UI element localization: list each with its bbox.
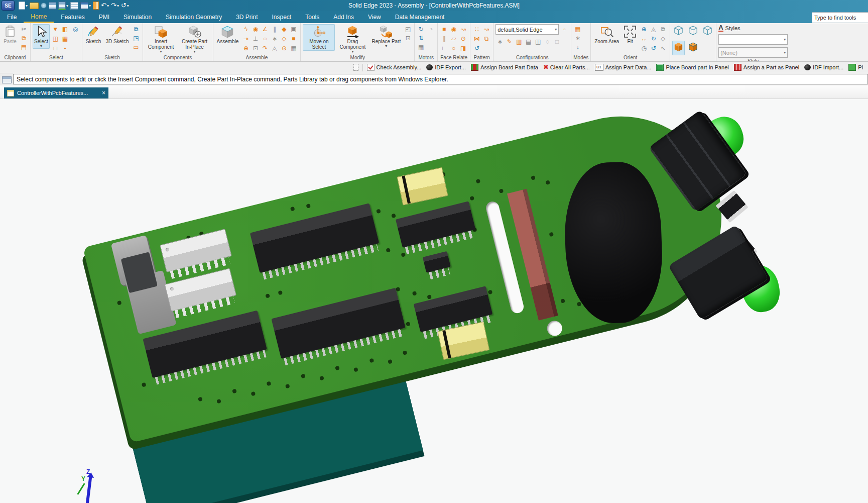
pattern-along-curve-icon[interactable]: ↝ — [482, 25, 490, 34]
tab-home[interactable]: Home — [24, 11, 54, 23]
fit-button[interactable]: Fit — [622, 24, 638, 45]
arrangements-icon[interactable]: ▤ — [524, 38, 533, 46]
gear-relation-icon[interactable]: ∗ — [270, 35, 279, 43]
ic-chip-black-1[interactable] — [250, 203, 380, 273]
select-options-icon[interactable]: ▪ — [61, 44, 69, 53]
gripper-icon[interactable]: ◔ — [427, 25, 435, 34]
idf-export-button[interactable]: IDF Export... — [426, 64, 466, 70]
preview-button[interactable] — [41, 3, 47, 9]
rigid-relation-icon[interactable]: ⊡ — [251, 44, 260, 53]
copy-icon[interactable]: ⧉ — [20, 34, 28, 43]
cam-relation-icon[interactable]: ⊙ — [280, 44, 288, 53]
tab-simulation[interactable]: Simulation — [116, 11, 159, 23]
path-relation-icon[interactable]: ↷ — [261, 44, 269, 53]
rotate-view-icon[interactable]: ↻ — [649, 35, 658, 43]
place-part-button[interactable]: Pl — [848, 64, 863, 71]
place-board-part-in-panel-button[interactable]: Place Board part In Panel — [656, 64, 728, 71]
match-coordinate-icon[interactable]: ▣ — [289, 25, 298, 34]
insert-component-button[interactable]: Insert Component ▾ — [145, 24, 177, 54]
axial-align-icon[interactable]: ◉ — [251, 25, 260, 34]
tab-features[interactable]: Features — [54, 11, 91, 23]
model-viewport[interactable]: Z Y — [0, 99, 868, 503]
tab-simulation-geometry[interactable]: Simulation Geometry — [159, 11, 229, 23]
drag-component-button[interactable]: Drag Component ▾ — [336, 24, 368, 54]
angle-relation-icon[interactable]: ∠ — [261, 25, 269, 34]
select-visible-icon[interactable]: ◫ — [51, 35, 60, 43]
zoom-in-icon[interactable]: ⊕ — [640, 25, 648, 34]
property-manager-button[interactable] — [70, 2, 78, 10]
select-identical-parts-icon[interactable]: ◎ — [71, 25, 80, 34]
undo-button[interactable]: ↶▾ — [101, 2, 109, 9]
rotation-motor-icon[interactable]: ↻ — [417, 25, 425, 34]
sketch-pages-icon[interactable]: ⧉ — [132, 25, 141, 34]
perspective-view-icon[interactable]: ↖ — [659, 44, 667, 53]
coordinate-system-icon[interactable]: ◬ — [270, 44, 279, 53]
save-configuration-icon[interactable]: ▫ — [560, 25, 569, 34]
tangent-relation-icon[interactable]: ○ — [261, 35, 269, 43]
assemble-button[interactable]: Assemble — [215, 24, 240, 45]
close-tab-icon[interactable]: × — [102, 90, 105, 96]
exploded-view-icon[interactable]: ◫ — [534, 38, 542, 46]
ic-chip-black-2[interactable] — [271, 288, 405, 359]
zoom-area-button[interactable]: Zoom Area — [593, 24, 621, 45]
move-on-select-button[interactable]: Move on Select — [303, 24, 335, 51]
refresh-view-icon[interactable]: ◷ — [640, 44, 648, 53]
save-as-button[interactable]: ▾ — [58, 2, 68, 10]
check-assembly-button[interactable]: Check Assembly... — [367, 64, 422, 71]
transfer-icon[interactable]: ⊡ — [404, 34, 412, 43]
spin-view-icon[interactable]: ↺ — [649, 44, 658, 53]
measure-ruler-icon[interactable]: ▭ — [132, 43, 141, 52]
duplicate-components-icon[interactable]: ⧉ — [482, 35, 490, 43]
visible-edges-view-button[interactable] — [687, 24, 699, 39]
assign-part-data-button[interactable]: U1Assign Part Data... — [595, 64, 652, 71]
connect-relation-icon[interactable]: ⊕ — [241, 44, 250, 53]
application-menu-button[interactable]: SE — [2, 1, 15, 11]
tab-data-management[interactable]: Data Management — [388, 11, 452, 23]
find-tools-search-input[interactable] — [812, 13, 868, 23]
new-document-button[interactable]: ▾ — [19, 2, 28, 10]
tab-add-ins[interactable]: Add Ins — [326, 11, 361, 23]
open-button[interactable] — [30, 3, 39, 9]
sketch-button[interactable]: Sketch — [84, 24, 103, 45]
modes-grid-icon[interactable]: ▦ — [573, 25, 582, 34]
center-plane-icon[interactable]: ◆ — [280, 25, 288, 34]
linear-motor-icon[interactable]: ⇅ — [417, 34, 425, 43]
wireframe-view-button[interactable] — [672, 24, 685, 39]
view-orientation-icon[interactable]: ◇ — [659, 35, 667, 43]
camera-view-icon[interactable]: ◌ — [543, 38, 552, 46]
shaded-with-edges-view-button[interactable] — [687, 41, 699, 55]
ic-chip-white-1[interactable] — [160, 229, 232, 272]
move-component-icon[interactable]: ◰ — [404, 25, 412, 34]
replace-part-button[interactable]: Replace Part ▾ — [370, 24, 402, 49]
sketch-copy-icon[interactable]: ◳ — [132, 34, 141, 43]
angle-face-icon[interactable]: ▱ — [449, 35, 458, 43]
idf-import-button[interactable]: IDF Import... — [804, 64, 843, 70]
zoom-width-icon[interactable]: ↔ — [640, 35, 648, 43]
selection-set-icon[interactable]: □ — [553, 38, 561, 46]
tab-3d-print[interactable]: 3D Print — [229, 11, 265, 23]
cut-icon[interactable]: ✂ — [20, 25, 28, 34]
ground-relation-icon[interactable]: ▦ — [289, 44, 298, 53]
pcb-board[interactable] — [83, 99, 742, 443]
apply-configuration-icon[interactable]: ∗ — [495, 38, 504, 46]
face-style-select[interactable]: ▾ — [718, 34, 788, 45]
display-configurations-icon[interactable]: ▥ — [515, 38, 523, 46]
edit-configuration-icon[interactable]: ✎ — [505, 38, 514, 46]
select-top-level-icon[interactable]: ◧ — [61, 25, 69, 34]
redo-button[interactable]: ↷▾ — [111, 2, 119, 9]
exit-button[interactable] — [93, 2, 99, 10]
paste-button[interactable]: Paste — [2, 24, 18, 45]
clone-components-icon[interactable]: ↺ — [472, 44, 481, 53]
pattern-icon[interactable]: ∷ — [472, 25, 481, 34]
pan-view-icon[interactable]: ◬ — [649, 25, 658, 34]
paste-special-icon[interactable]: ▤ — [20, 43, 28, 52]
motor-table-icon[interactable]: ▦ — [417, 43, 425, 52]
configuration-select[interactable]: default,Solid Edge▾ — [495, 24, 559, 35]
assign-board-part-data-button[interactable]: Assign Board Part Data — [471, 64, 538, 71]
parallel-relation-icon[interactable]: ∥ — [270, 25, 279, 34]
center-plane-face-icon[interactable]: ◨ — [459, 44, 467, 53]
clear-all-parts-button[interactable]: ✖Clear All Parts... — [543, 64, 590, 70]
flash-fit-icon[interactable]: ϟ — [241, 25, 250, 34]
tab-file[interactable]: File — [0, 11, 24, 23]
simplify-mode-icon[interactable]: ∗ — [573, 34, 582, 43]
